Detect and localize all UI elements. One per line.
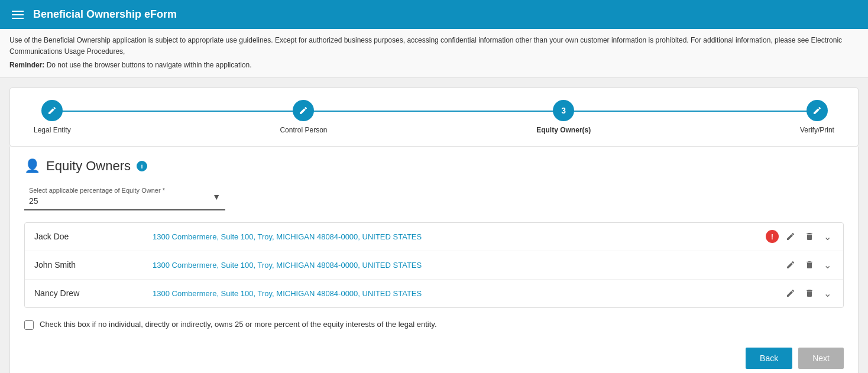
table-row: Jack Doe 1300 Combermere, Suite 100, Tro… <box>25 223 843 251</box>
stepper: Legal Entity Control Person 3 Equity Own… <box>34 100 834 146</box>
reminder-label: Reminder: <box>9 61 47 69</box>
expand-button-john-smith[interactable]: ⌄ <box>821 258 834 272</box>
table-row: Nancy Drew 1300 Combermere, Suite 100, T… <box>25 280 843 307</box>
stepper-container: Legal Entity Control Person 3 Equity Own… <box>9 87 859 147</box>
edit-button-nancy-drew[interactable] <box>783 287 798 299</box>
expand-button-jack-doe[interactable]: ⌄ <box>821 230 834 244</box>
delete-button-nancy-drew[interactable] <box>802 287 817 299</box>
step-control-person: Control Person <box>280 100 327 134</box>
form-section: 👤 Equity Owners i Select applicable perc… <box>9 147 859 373</box>
step-equity-owners: 3 Equity Owner(s) <box>536 100 591 134</box>
info-icon[interactable]: i <box>137 161 147 171</box>
section-title-row: 👤 Equity Owners i <box>24 158 844 174</box>
edit-button-jack-doe[interactable] <box>783 231 798 242</box>
no-individual-label[interactable]: Check this box if no individual, directl… <box>40 320 437 329</box>
owner-actions-nancy-drew: ⌄ <box>783 287 834 300</box>
delete-button-john-smith[interactable] <box>802 259 817 271</box>
edit-button-john-smith[interactable] <box>783 259 798 271</box>
no-individual-checkbox[interactable] <box>24 320 34 330</box>
owner-name-john-smith: John Smith <box>34 260 153 270</box>
error-icon-jack-doe: ! <box>766 230 779 243</box>
next-button[interactable]: Next <box>798 348 844 369</box>
footer-buttons: Back Next <box>24 342 844 369</box>
notice-bar: Use of the Beneficial Ownership applicat… <box>0 29 868 78</box>
step-label-equity-owners: Equity Owner(s) <box>536 126 591 134</box>
owner-address-john-smith: 1300 Combermere, Suite 100, Troy, MICHIG… <box>153 261 783 270</box>
step-circle-equity-owners: 3 <box>553 100 574 121</box>
table-row: John Smith 1300 Combermere, Suite 100, T… <box>25 251 843 280</box>
step-circle-verify-print <box>807 100 828 121</box>
back-button[interactable]: Back <box>746 348 792 369</box>
equity-owners-icon: 👤 <box>24 158 40 174</box>
app-title: Beneficial Ownership eForm <box>33 8 177 21</box>
hamburger-menu-button[interactable] <box>12 11 24 19</box>
app-header: Beneficial Ownership eForm <box>0 0 868 29</box>
owners-list: Jack Doe 1300 Combermere, Suite 100, Tro… <box>24 222 844 308</box>
step-label-verify-print: Verify/Print <box>800 126 834 134</box>
reminder-text: Do not use the browser buttons to naviga… <box>47 61 252 69</box>
no-individual-checkbox-row: Check this box if no individual, directl… <box>24 320 844 330</box>
owner-name-nancy-drew: Nancy Drew <box>34 288 153 298</box>
notice-line1: Use of the Beneficial Ownership applicat… <box>9 35 859 57</box>
step-circle-legal-entity <box>41 100 63 121</box>
step-legal-entity: Legal Entity <box>34 100 71 134</box>
notice-line2: Reminder: Do not use the browser buttons… <box>9 60 859 71</box>
owner-actions-john-smith: ⌄ <box>783 258 834 272</box>
expand-button-nancy-drew[interactable]: ⌄ <box>821 287 834 300</box>
owner-actions-jack-doe: ! ⌄ <box>766 230 834 244</box>
dropdown-label: Select applicable percentage of Equity O… <box>29 187 165 194</box>
step-number-equity-owners: 3 <box>561 106 566 115</box>
step-verify-print: Verify/Print <box>800 100 834 134</box>
owner-name-jack-doe: Jack Doe <box>34 232 153 241</box>
owner-address-nancy-drew: 1300 Combermere, Suite 100, Troy, MICHIG… <box>153 289 783 298</box>
equity-percentage-dropdown-wrapper: Select applicable percentage of Equity O… <box>24 183 225 210</box>
main-content: Legal Entity Control Person 3 Equity Own… <box>0 78 868 373</box>
step-label-control-person: Control Person <box>280 126 327 134</box>
step-circle-control-person <box>293 100 314 121</box>
owner-address-jack-doe: 1300 Combermere, Suite 100, Troy, MICHIG… <box>153 232 766 241</box>
section-title: Equity Owners <box>46 158 131 174</box>
step-label-legal-entity: Legal Entity <box>34 126 71 134</box>
delete-button-jack-doe[interactable] <box>802 231 817 242</box>
